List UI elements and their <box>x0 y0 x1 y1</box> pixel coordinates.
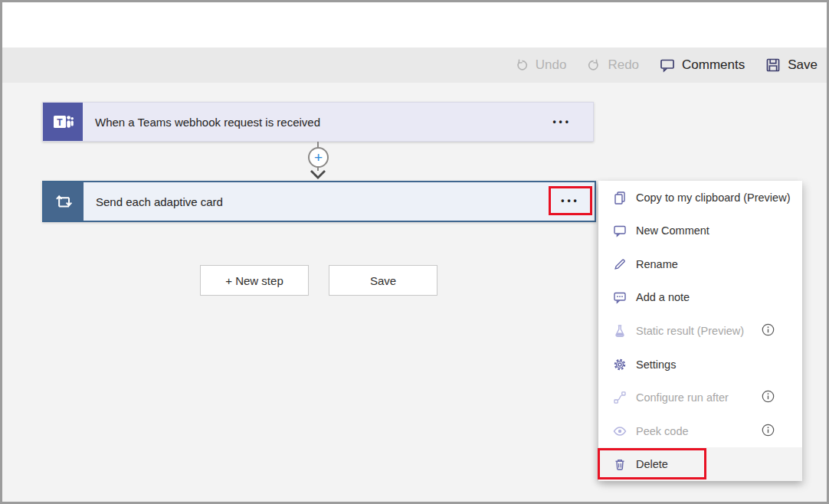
trash-icon <box>612 457 627 472</box>
loop-icon <box>44 182 84 221</box>
gear-icon <box>612 357 627 372</box>
action-card[interactable]: Send each adaptive card ••• <box>42 181 596 222</box>
menu-item-configure-run-after[interactable]: Configure run after <box>598 381 802 414</box>
undo-label: Undo <box>536 57 567 73</box>
copy-icon <box>612 190 627 205</box>
note-icon <box>612 290 627 305</box>
action-card-title: Send each adaptive card <box>84 182 595 221</box>
menu-item-new-comment[interactable]: New Comment <box>598 214 802 248</box>
trigger-card[interactable]: T When a Teams webhook request is receiv… <box>42 102 594 142</box>
trigger-menu-ellipsis[interactable]: ••• <box>552 103 593 141</box>
trigger-card-title: When a Teams webhook request is received <box>83 103 552 141</box>
info-icon[interactable] <box>762 424 775 439</box>
comments-label: Comments <box>682 57 745 73</box>
svg-text:T: T <box>57 117 63 128</box>
menu-item-add-a-note[interactable]: Add a note <box>598 281 802 315</box>
designer-toolbar: Undo Redo Comments Save <box>2 47 827 83</box>
new-step-label: + New step <box>225 274 283 287</box>
menu-item-label: Settings <box>636 358 676 371</box>
action-context-menu: Copy to my clipboard (Preview) New Comme… <box>598 181 802 481</box>
comments-button[interactable]: Comments <box>659 57 745 74</box>
highlight-box-ellipsis: ••• <box>549 186 592 215</box>
menu-item-delete[interactable]: Delete <box>598 447 802 481</box>
canvas-save-label: Save <box>370 274 396 287</box>
new-step-button[interactable]: + New step <box>200 265 309 296</box>
menu-item-settings[interactable]: Settings <box>598 348 802 381</box>
menu-item-label: Configure run after <box>636 391 729 404</box>
menu-item-static-result[interactable]: Static result (Preview) <box>598 314 802 348</box>
plus-icon: + <box>314 150 323 165</box>
menu-item-label: Copy to my clipboard (Preview) <box>636 191 790 204</box>
run-after-icon <box>612 390 627 405</box>
title-bar <box>2 2 827 47</box>
menu-item-label: New Comment <box>636 224 709 237</box>
canvas-save-button[interactable]: Save <box>329 265 437 296</box>
redo-button[interactable]: Redo <box>586 57 639 73</box>
undo-button[interactable]: Undo <box>514 57 567 73</box>
info-icon[interactable] <box>762 390 775 405</box>
menu-item-rename[interactable]: Rename <box>598 247 802 281</box>
menu-item-label: Rename <box>636 258 678 270</box>
flow-designer-window: Undo Redo Comments Save T <box>0 0 829 504</box>
comments-icon <box>659 57 676 74</box>
redo-label: Redo <box>608 57 639 73</box>
menu-item-label: Peek code <box>636 425 689 437</box>
menu-item-label: Static result (Preview) <box>636 325 744 337</box>
info-icon[interactable] <box>762 323 775 339</box>
undo-icon <box>514 57 529 73</box>
comment-icon <box>612 223 627 238</box>
toolbar-save-label: Save <box>788 57 818 73</box>
menu-item-peek-code[interactable]: Peek code <box>598 414 802 448</box>
flask-icon <box>612 323 627 339</box>
menu-item-label: Add a note <box>636 291 690 303</box>
save-icon <box>765 57 781 74</box>
toolbar-save-button[interactable]: Save <box>765 57 818 74</box>
menu-item-label: Delete <box>636 458 668 470</box>
insert-step-button[interactable]: + <box>308 147 329 168</box>
teams-icon: T <box>43 103 83 141</box>
action-menu-ellipsis[interactable]: ••• <box>561 195 580 206</box>
pencil-icon <box>612 257 627 272</box>
eye-icon <box>612 424 627 439</box>
menu-item-copy-to-clipboard[interactable]: Copy to my clipboard (Preview) <box>598 181 802 214</box>
redo-icon <box>586 57 601 73</box>
